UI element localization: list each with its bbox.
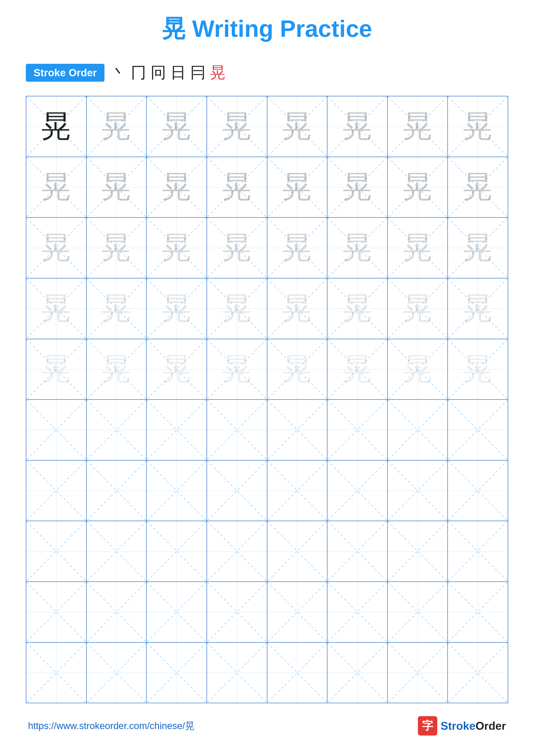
grid-cell[interactable] — [87, 521, 147, 581]
grid-cell[interactable] — [26, 582, 87, 642]
practice-char: 晃 — [207, 96, 267, 157]
grid-cell[interactable]: 晃 — [147, 218, 207, 278]
grid-cell[interactable] — [388, 643, 448, 703]
grid-cell[interactable]: 晃 — [147, 339, 207, 399]
grid-cell[interactable] — [87, 461, 147, 521]
grid-cell[interactable] — [448, 461, 508, 521]
grid-cell[interactable]: 晃 — [26, 218, 87, 278]
grid-cell[interactable] — [448, 400, 508, 460]
stroke-char-6-final: 晃 — [210, 62, 225, 83]
grid-cell[interactable] — [448, 643, 508, 703]
grid-cell[interactable]: 晃 — [448, 218, 508, 278]
grid-cell[interactable]: 晃 — [327, 279, 388, 339]
practice-char: 晃 — [448, 157, 508, 217]
practice-char: 晃 — [267, 339, 327, 399]
grid-cell[interactable] — [448, 521, 508, 581]
grid-cell[interactable] — [147, 521, 207, 581]
practice-char: 晃 — [26, 218, 86, 278]
grid-cell[interactable]: 晃 — [207, 96, 267, 157]
grid-cell[interactable] — [26, 643, 87, 703]
practice-char: 晃 — [267, 96, 327, 157]
grid-cell[interactable]: 晃 — [448, 157, 508, 217]
grid-cell[interactable] — [388, 400, 448, 460]
grid-cell[interactable] — [207, 461, 267, 521]
grid-cell[interactable]: 晃 — [388, 157, 448, 217]
grid-row — [26, 643, 508, 703]
grid-cell[interactable]: 晃 — [87, 339, 147, 399]
grid-cell[interactable]: 晃 — [207, 339, 267, 399]
grid-cell[interactable]: 晃 — [267, 218, 328, 278]
grid-cell[interactable]: 晃 — [147, 96, 207, 157]
grid-cell[interactable]: 晃 — [327, 339, 388, 399]
grid-cell[interactable] — [448, 582, 508, 642]
grid-cell[interactable]: 晃 — [147, 279, 207, 339]
grid-cell[interactable] — [207, 582, 267, 642]
grid-cell[interactable] — [388, 461, 448, 521]
practice-char: 晃 — [388, 218, 447, 278]
grid-cell[interactable]: 晃 — [207, 218, 267, 278]
grid-cell[interactable] — [267, 461, 328, 521]
grid-cell[interactable]: 晃 — [448, 339, 508, 399]
practice-char: 晃 — [448, 218, 508, 278]
practice-char: 晃 — [267, 157, 327, 217]
practice-char: 晃 — [327, 157, 387, 217]
grid-row: 晃晃晃晃晃晃晃晃 — [26, 339, 508, 400]
grid-cell[interactable] — [207, 400, 267, 460]
grid-cell[interactable] — [327, 461, 388, 521]
grid-cell[interactable]: 晃 — [87, 157, 147, 217]
grid-cell[interactable] — [267, 521, 328, 581]
stroke-char-5: 冃 — [190, 62, 206, 83]
grid-cell[interactable] — [87, 582, 147, 642]
grid-cell[interactable] — [267, 643, 328, 703]
grid-cell[interactable]: 晃 — [388, 279, 448, 339]
grid-cell[interactable]: 晃 — [87, 218, 147, 278]
footer-url[interactable]: https://www.strokeorder.com/chinese/晃 — [28, 719, 194, 732]
grid-cell[interactable]: 晃 — [388, 96, 448, 157]
grid-cell[interactable] — [147, 400, 207, 460]
grid-cell[interactable] — [26, 521, 87, 581]
grid-cell[interactable]: 晃 — [26, 279, 87, 339]
grid-cell[interactable] — [388, 582, 448, 642]
grid-cell[interactable]: 晃 — [87, 279, 147, 339]
grid-cell[interactable]: 晃 — [388, 339, 448, 399]
grid-cell[interactable] — [207, 521, 267, 581]
grid-cell[interactable]: 晃 — [448, 96, 508, 157]
practice-char: 晃 — [26, 279, 86, 339]
grid-cell[interactable] — [267, 400, 328, 460]
grid-cell[interactable] — [147, 461, 207, 521]
grid-cell[interactable] — [147, 643, 207, 703]
grid-cell[interactable] — [267, 582, 328, 642]
grid-cell[interactable]: 晃 — [267, 96, 328, 157]
grid-cell[interactable] — [87, 643, 147, 703]
grid-cell[interactable]: 晃 — [267, 157, 328, 217]
grid-cell[interactable] — [327, 400, 388, 460]
grid-cell[interactable]: 晃 — [327, 218, 388, 278]
grid-cell[interactable] — [327, 643, 388, 703]
grid-cell[interactable]: 晃 — [26, 339, 87, 399]
grid-cell[interactable]: 晃 — [87, 96, 147, 157]
grid-cell[interactable]: 晃 — [448, 279, 508, 339]
grid-row — [26, 461, 508, 521]
grid-cell[interactable]: 晃 — [267, 279, 328, 339]
grid-cell[interactable] — [147, 582, 207, 642]
grid-cell[interactable] — [207, 643, 267, 703]
stroke-char-3: 冋 — [151, 62, 166, 83]
grid-cell[interactable]: 晃 — [26, 96, 87, 157]
grid-cell[interactable]: 晃 — [267, 339, 328, 399]
grid-cell[interactable] — [388, 521, 448, 581]
grid-cell[interactable]: 晃 — [327, 157, 388, 217]
grid-cell[interactable] — [26, 461, 87, 521]
grid-cell[interactable]: 晃 — [147, 157, 207, 217]
grid-cell[interactable] — [26, 400, 87, 460]
grid-cell[interactable]: 晃 — [388, 218, 448, 278]
grid-row: 晃晃晃晃晃晃晃晃 — [26, 96, 508, 157]
grid-cell[interactable] — [327, 521, 388, 581]
grid-cell[interactable]: 晃 — [207, 279, 267, 339]
grid-cell[interactable]: 晃 — [26, 157, 87, 217]
stroke-order-row: Stroke Order 丶 冂 冋 日 冃 晃 — [26, 62, 508, 83]
practice-char: 晃 — [448, 339, 508, 399]
grid-cell[interactable] — [87, 400, 147, 460]
grid-cell[interactable] — [327, 582, 388, 642]
grid-cell[interactable]: 晃 — [327, 96, 388, 157]
grid-cell[interactable]: 晃 — [207, 157, 267, 217]
